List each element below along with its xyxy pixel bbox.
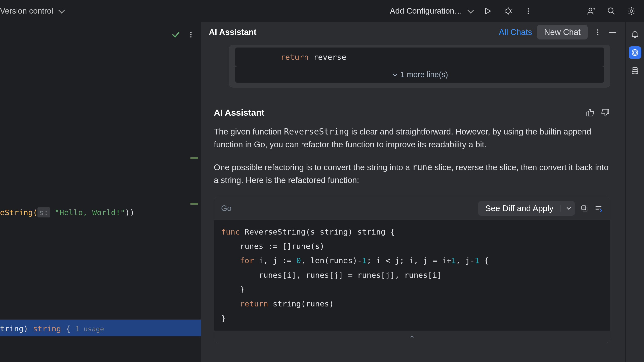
ai-assistant-tab[interactable] [629, 46, 641, 59]
svg-point-21 [597, 34, 598, 35]
ai-message: AI Assistant The given function ReverseS… [214, 108, 610, 343]
debug-icon [504, 7, 513, 16]
more-vertical-icon [525, 7, 532, 15]
svg-point-7 [528, 8, 529, 9]
ai-assistant-panel: AI Assistant All Chats New Chat return r… [201, 22, 625, 362]
bell-icon [631, 30, 639, 39]
search-icon [607, 7, 616, 15]
collapse-code-button[interactable] [214, 331, 610, 343]
right-tool-rail [625, 22, 644, 362]
more-vertical-icon [594, 28, 601, 36]
svg-line-5 [505, 12, 506, 13]
svg-point-19 [597, 29, 598, 31]
code-content[interactable]: func ReverseString(s string) string { ru… [214, 220, 610, 331]
svg-line-3 [505, 10, 506, 10]
ai-swirl-icon [631, 48, 639, 57]
new-chat-button[interactable]: New Chat [537, 25, 588, 39]
user-message: return reverse 1 more line(s) [229, 45, 610, 87]
copy-code-button[interactable] [580, 204, 589, 213]
svg-point-27 [632, 67, 638, 70]
ai-sender-name: AI Assistant [214, 108, 264, 118]
settings-button[interactable] [626, 6, 636, 16]
search-button[interactable] [606, 6, 616, 16]
svg-point-15 [630, 10, 633, 12]
thumbs-up-icon [586, 108, 595, 117]
svg-line-4 [510, 10, 512, 10]
svg-point-8 [528, 10, 529, 12]
minimize-button[interactable] [608, 27, 618, 37]
chevron-down-icon [392, 71, 397, 76]
ai-paragraph: One possible refactoring is to convert t… [214, 161, 610, 187]
assistant-header: AI Assistant All Chats New Chat [201, 22, 625, 42]
code-language-label: Go [221, 204, 231, 213]
editor-line: tring) string {1 usage [0, 320, 201, 336]
chevron-down-icon [467, 7, 474, 13]
code-editor[interactable]: eString(s: "Hello, World!")) tring) stri… [0, 22, 201, 362]
chevron-down-icon [567, 205, 571, 210]
top-toolbar: Version control Add Configuration… [0, 0, 644, 22]
svg-point-9 [528, 13, 529, 14]
user-plus-icon [587, 7, 596, 16]
thumbs-up-button[interactable] [585, 108, 595, 118]
svg-point-0 [506, 9, 510, 13]
code-suggestion-block: Go See Diff and Apply [214, 197, 610, 343]
run-button[interactable] [483, 6, 493, 16]
more-button[interactable] [523, 6, 533, 16]
expand-code-button[interactable]: 1 more line(s) [235, 67, 604, 83]
chevron-up-icon [409, 334, 415, 340]
svg-point-13 [608, 8, 613, 13]
config-label: Add Configuration… [390, 6, 462, 16]
run-config-selector[interactable]: Add Configuration… [390, 6, 473, 16]
svg-rect-23 [582, 206, 586, 210]
database-tab[interactable] [629, 64, 641, 77]
database-icon [631, 66, 639, 75]
editor-line: eString(s: "Hello, World!")) [0, 205, 201, 220]
apply-dropdown-button[interactable] [560, 205, 575, 212]
debug-button[interactable] [503, 6, 513, 16]
vcs-selector[interactable]: Version control [0, 6, 64, 16]
chevron-down-icon [58, 7, 65, 13]
run-icon [484, 7, 492, 15]
panel-more-button[interactable] [593, 27, 603, 37]
svg-line-14 [612, 12, 615, 14]
usage-badge: 1 usage [75, 325, 104, 333]
svg-point-20 [597, 32, 598, 33]
thumbs-down-button[interactable] [600, 108, 610, 118]
thumbs-down-icon [601, 108, 610, 117]
ai-paragraph: The given function ReverseString is clea… [214, 125, 610, 151]
apply-group: See Diff and Apply [478, 201, 575, 216]
collaborate-button[interactable] [586, 6, 596, 16]
panel-title: AI Assistant [209, 27, 257, 37]
see-diff-apply-button[interactable]: See Diff and Apply [478, 201, 560, 216]
minimize-icon [609, 32, 616, 33]
user-code-line: return reverse [235, 48, 604, 67]
copy-icon [580, 204, 588, 212]
gear-icon [627, 7, 636, 16]
insert-icon [594, 204, 603, 213]
svg-point-10 [589, 8, 592, 11]
insert-code-button[interactable] [594, 204, 603, 213]
all-chats-link[interactable]: All Chats [499, 27, 532, 37]
svg-line-6 [510, 12, 512, 13]
svg-rect-22 [583, 207, 587, 211]
vcs-label: Version control [0, 6, 53, 16]
notifications-button[interactable] [629, 28, 641, 41]
